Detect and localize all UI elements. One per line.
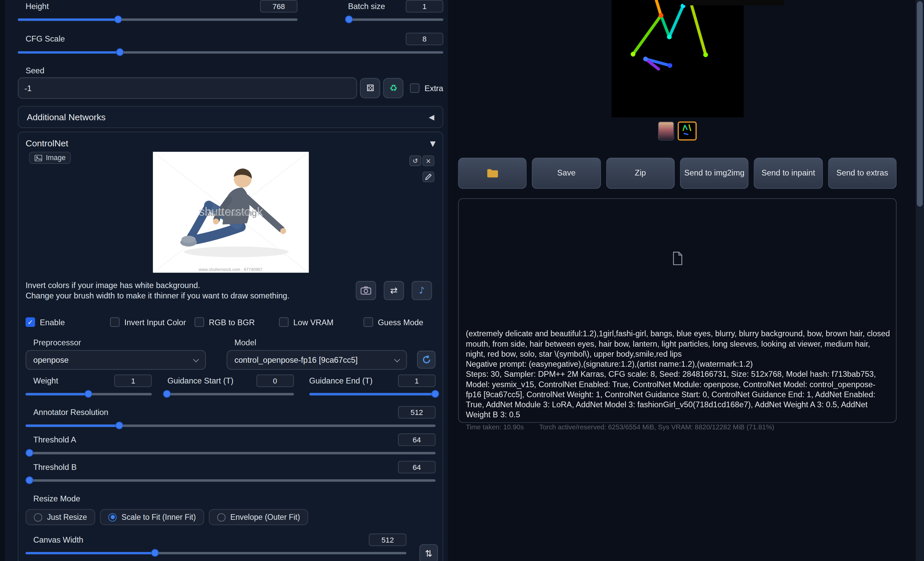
threshold-a-slider[interactable] — [26, 448, 435, 458]
enable-checkbox[interactable]: ✓ — [26, 317, 35, 327]
random-seed-button[interactable]: ⚄ — [360, 78, 380, 98]
webcam-button[interactable] — [356, 281, 376, 300]
radio-icon[interactable] — [217, 513, 225, 522]
slider-track[interactable] — [348, 18, 443, 21]
extra-checkbox[interactable] — [410, 83, 420, 93]
height-input[interactable]: 768 — [260, 0, 297, 12]
openpose-preview-image[interactable] — [611, 0, 744, 117]
thumbnail-generated-image[interactable] — [658, 122, 674, 141]
pencil-icon — [424, 173, 432, 180]
cfg-scale-input[interactable]: 8 — [406, 33, 443, 45]
guidance-end-input[interactable]: 1 — [398, 375, 435, 387]
guidance-start-slider[interactable] — [167, 390, 294, 399]
controlnet-accordion[interactable]: ControlNet ▼ — [26, 138, 435, 148]
preprocessor-select[interactable]: openpose — [26, 350, 206, 370]
undo-button[interactable]: ↺ — [409, 155, 422, 166]
slider-handle[interactable] — [431, 390, 439, 397]
additional-networks-accordion[interactable]: Additional Networks ◀ — [18, 106, 443, 128]
batch-size-slider[interactable] — [348, 15, 443, 24]
weight-slider[interactable] — [26, 390, 152, 399]
model-select[interactable]: control_openpose-fp16 [9ca67cc5] — [226, 350, 407, 370]
slider-handle[interactable] — [345, 15, 352, 23]
send-to-img2img-button[interactable]: Send to img2img — [680, 158, 748, 188]
vram-usage-text: Torch active/reserved: 6253/6554 MiB, Sy… — [539, 422, 774, 432]
guess-mode-toggle[interactable]: Guess Mode — [363, 317, 448, 327]
cfg-scale-slider[interactable] — [18, 48, 443, 57]
guidance-start-input[interactable]: 0 — [256, 375, 294, 387]
slider-handle[interactable] — [85, 390, 92, 397]
seed-input[interactable]: -1 — [18, 77, 357, 99]
guidance-start-block: Guidance Start (T) 0 — [167, 375, 294, 399]
low-vram-toggle[interactable]: Low VRAM — [279, 317, 363, 327]
send-to-extras-button[interactable]: Send to extras — [828, 158, 897, 188]
invert-input-color-checkbox[interactable] — [110, 317, 120, 327]
canvas-width-slider[interactable] — [26, 548, 406, 558]
slider-handle[interactable] — [114, 15, 122, 23]
slider-handle[interactable] — [151, 549, 159, 556]
slider-track[interactable] — [26, 479, 435, 481]
resize-option-label: Scale to Fit (Inner Fit) — [122, 513, 196, 522]
recycle-icon: ♻ — [390, 83, 398, 93]
annotator-resolution-slider[interactable] — [26, 421, 435, 430]
threshold-b-slider[interactable] — [26, 475, 435, 485]
batch-size-label: Batch size — [348, 2, 385, 11]
slider-handle[interactable] — [26, 476, 33, 484]
controlnet-canvas-area: Image — [26, 152, 435, 274]
batch-size-input[interactable]: 1 — [406, 0, 443, 12]
slider-handle[interactable] — [116, 422, 123, 429]
resize-option-label: Just Resize — [47, 513, 87, 522]
resize-option-just-resize[interactable]: Just Resize — [26, 509, 95, 525]
rgb-to-bgr-toggle[interactable]: RGB to BGR — [195, 317, 279, 327]
slider-handle[interactable] — [26, 449, 33, 457]
prompt-text: (extremely delicate and beautiful:1.2),1… — [466, 329, 890, 359]
controlnet-input-image[interactable]: shutterstock Start drawing www.shutterst… — [153, 152, 309, 273]
low-vram-checkbox[interactable] — [279, 317, 288, 327]
threshold-a-input[interactable]: 64 — [398, 433, 435, 446]
canvas-width-input[interactable]: 512 — [369, 534, 406, 546]
height-block: Height 768 — [18, 0, 297, 24]
clear-image-button[interactable]: × — [422, 155, 434, 166]
sd-webui-app: Height 768 Batch size 1 — [0, 0, 924, 561]
cfg-scale-block: CFG Scale 8 — [18, 33, 443, 57]
open-folder-button[interactable] — [458, 158, 527, 188]
guess-mode-checkbox[interactable] — [363, 317, 373, 327]
slider-track[interactable] — [167, 393, 294, 395]
rgb-to-bgr-checkbox[interactable] — [195, 317, 204, 327]
brush-button[interactable] — [422, 171, 434, 182]
refresh-models-button[interactable] — [417, 350, 435, 368]
send-to-inpaint-button[interactable]: Send to inpaint — [754, 158, 823, 188]
save-button[interactable]: Save — [532, 158, 601, 188]
weight-input[interactable]: 1 — [114, 375, 152, 387]
enable-toggle[interactable]: ✓ Enable — [26, 317, 110, 327]
zip-button[interactable]: Zip — [606, 158, 675, 188]
slider-fill — [18, 18, 118, 21]
resize-option-scale-to-fit[interactable]: Scale to Fit (Inner Fit) — [100, 509, 204, 525]
slider-track[interactable] — [26, 452, 435, 454]
image-viewer-toolbar[interactable] — [682, 0, 784, 5]
resize-option-envelope[interactable]: Envelope (Outer Fit) — [209, 509, 308, 525]
seed-label: Seed — [18, 66, 44, 75]
threshold-b-input[interactable]: 64 — [398, 461, 435, 473]
batch-size-block: Batch size 1 — [348, 0, 443, 24]
invert-input-color-label: Invert Input Color — [124, 317, 186, 326]
mirror-webcam-button[interactable]: ⇄ — [384, 281, 404, 300]
slider-handle[interactable] — [116, 48, 123, 56]
thumbnail-openpose-selected[interactable] — [678, 122, 697, 141]
radio-icon[interactable] — [34, 513, 42, 522]
resize-mode-label: Resize Mode — [26, 494, 80, 503]
invert-input-color-toggle[interactable]: Invert Input Color — [110, 317, 195, 327]
height-slider[interactable] — [18, 15, 297, 24]
extra-seed-toggle[interactable]: Extra — [410, 83, 443, 93]
radio-selected-icon[interactable] — [108, 513, 117, 522]
swap-arrows-icon: ⇄ — [390, 285, 398, 296]
time-taken-text: Time taken: 10.90s — [466, 422, 524, 432]
image-tab[interactable]: Image — [29, 152, 71, 164]
swap-dimensions-button[interactable]: ⇅ — [419, 544, 438, 561]
page-scrollbar[interactable] — [916, 0, 924, 561]
annotator-resolution-input[interactable]: 512 — [398, 406, 435, 418]
guidance-end-slider[interactable] — [309, 390, 435, 399]
scrollbar-thumb[interactable] — [917, 2, 923, 207]
slider-handle[interactable] — [164, 390, 171, 397]
send-dimensions-button[interactable]: ♪ — [412, 281, 432, 300]
reuse-seed-button[interactable]: ♻ — [384, 78, 404, 98]
